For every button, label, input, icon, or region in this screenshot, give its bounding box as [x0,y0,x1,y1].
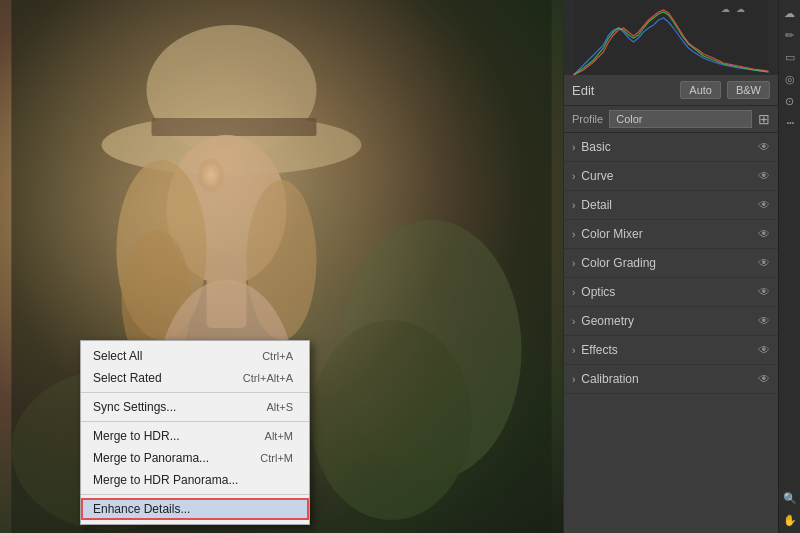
chevron-icon: › [572,200,575,211]
profile-select[interactable]: Color [609,110,752,128]
eye-icon: 👁 [758,343,770,357]
menu-divider-1 [81,392,309,393]
section-detail[interactable]: › Detail 👁 [564,191,778,220]
crop-icon[interactable]: ▭ [781,48,799,66]
tool-strip-bottom: 🔍 ✋ [781,489,799,529]
menu-item-label: Merge to Panorama... [93,451,209,465]
hand-icon[interactable]: ✋ [781,511,799,529]
menu-item-merge-panorama[interactable]: Merge to Panorama... Ctrl+M [81,447,309,469]
chevron-icon: › [572,374,575,385]
eye-icon: 👁 [758,198,770,212]
tool-strip-top: ☁ ✏ ▭ ◎ ⊙ ··· [781,4,799,483]
menu-item-label: Enhance Details... [93,502,190,516]
section-label: Basic [581,140,758,154]
histogram-area: ☁ ☁ [564,0,778,75]
photo-area: Select All Ctrl+A Select Rated Ctrl+Alt+… [0,0,563,533]
edit-icon[interactable]: ✏ [781,26,799,44]
histogram-chart: ☁ ☁ [564,0,778,75]
chevron-icon: › [572,142,575,153]
section-label: Geometry [581,314,758,328]
section-label: Optics [581,285,758,299]
menu-divider-3 [81,494,309,495]
menu-item-shortcut: Ctrl+A [262,350,293,362]
context-menu: Select All Ctrl+A Select Rated Ctrl+Alt+… [80,340,310,525]
section-label: Calibration [581,372,758,386]
menu-item-label: Merge to HDR Panorama... [93,473,238,487]
svg-point-17 [182,150,252,240]
menu-item-label: Sync Settings... [93,400,176,414]
auto-button[interactable]: Auto [680,81,721,99]
menu-item-shortcut: Ctrl+Alt+A [243,372,293,384]
edit-label: Edit [572,83,674,98]
bw-button[interactable]: B&W [727,81,770,99]
menu-item-shortcut: Ctrl+M [260,452,293,464]
cloud-icon[interactable]: ☁ [781,4,799,22]
section-label: Curve [581,169,758,183]
chevron-icon: › [572,229,575,240]
svg-text:☁: ☁ [721,4,730,14]
menu-item-label: Select All [93,349,142,363]
svg-text:☁: ☁ [736,4,745,14]
section-basic[interactable]: › Basic 👁 [564,133,778,162]
redeye-icon[interactable]: ⊙ [781,92,799,110]
profile-grid-button[interactable]: ⊞ [758,111,770,127]
section-effects[interactable]: › Effects 👁 [564,336,778,365]
section-label: Detail [581,198,758,212]
section-label: Color Grading [581,256,758,270]
menu-item-select-rated[interactable]: Select Rated Ctrl+Alt+A [81,367,309,389]
section-label: Effects [581,343,758,357]
menu-divider-2 [81,421,309,422]
chevron-icon: › [572,171,575,182]
profile-bar: Profile Color ⊞ [564,106,778,133]
eye-icon: 👁 [758,314,770,328]
more-icon[interactable]: ··· [781,114,799,132]
eye-icon: 👁 [758,227,770,241]
right-panel: ☁ ☁ Edit Auto B&W Profile Color ⊞ › Basi… [563,0,778,533]
section-color-grading[interactable]: › Color Grading 👁 [564,249,778,278]
eye-icon: 👁 [758,372,770,386]
menu-item-shortcut: Alt+M [265,430,293,442]
chevron-icon: › [572,258,575,269]
mask-icon[interactable]: ◎ [781,70,799,88]
eye-icon: 👁 [758,285,770,299]
menu-item-label: Merge to HDR... [93,429,180,443]
menu-item-label: Select Rated [93,371,162,385]
menu-item-sync-settings[interactable]: Sync Settings... Alt+S [81,396,309,418]
section-calibration[interactable]: › Calibration 👁 [564,365,778,394]
chevron-icon: › [572,287,575,298]
chevron-icon: › [572,316,575,327]
eye-icon: 👁 [758,169,770,183]
section-curve[interactable]: › Curve 👁 [564,162,778,191]
section-geometry[interactable]: › Geometry 👁 [564,307,778,336]
section-label: Color Mixer [581,227,758,241]
panel-sections: › Basic 👁 › Curve 👁 › Detail 👁 › Color M… [564,133,778,533]
menu-item-shortcut: Alt+S [266,401,293,413]
edit-bar: Edit Auto B&W [564,75,778,106]
profile-label: Profile [572,113,603,125]
section-color-mixer[interactable]: › Color Mixer 👁 [564,220,778,249]
tool-strip: ☁ ✏ ▭ ◎ ⊙ ··· 🔍 ✋ [778,0,800,533]
menu-item-merge-hdr[interactable]: Merge to HDR... Alt+M [81,425,309,447]
menu-item-merge-hdr-panorama[interactable]: Merge to HDR Panorama... [81,469,309,491]
eye-icon: 👁 [758,256,770,270]
section-optics[interactable]: › Optics 👁 [564,278,778,307]
menu-item-enhance-details[interactable]: Enhance Details... [81,498,309,520]
menu-item-select-all[interactable]: Select All Ctrl+A [81,345,309,367]
chevron-icon: › [572,345,575,356]
eye-icon: 👁 [758,140,770,154]
search-icon[interactable]: 🔍 [781,489,799,507]
